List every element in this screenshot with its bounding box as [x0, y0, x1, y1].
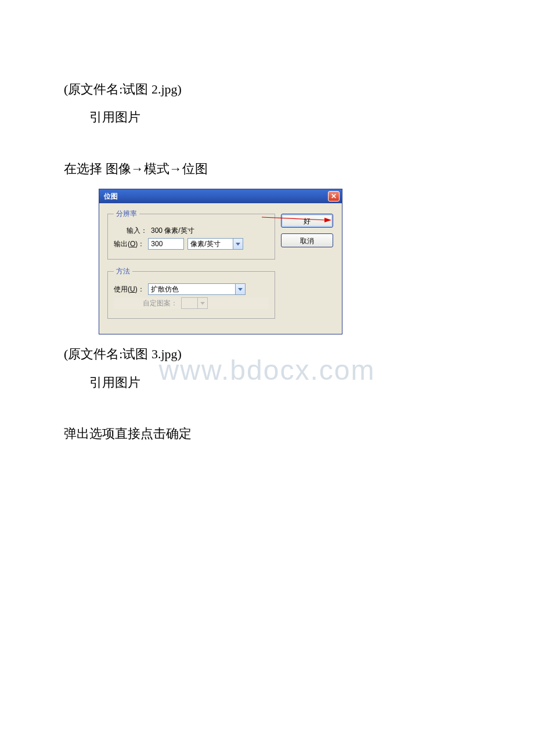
- use-label: 使用(U)：: [114, 285, 145, 294]
- output-unit-dropdown-button[interactable]: [233, 238, 243, 250]
- resolution-legend: 分辨率: [114, 209, 139, 219]
- use-label-prefix: 使用(: [114, 285, 130, 293]
- use-combo[interactable]: [148, 283, 246, 295]
- use-label-mnemonic: U: [130, 285, 135, 293]
- dialog-titlebar[interactable]: 位图 ✕: [99, 189, 342, 203]
- input-res-label: 输入：: [127, 226, 147, 236]
- chevron-down-icon: [236, 243, 240, 246]
- text-instruction-mode: 在选择 图像→模式→位图: [64, 155, 470, 183]
- custom-pattern-field: [181, 297, 197, 309]
- custom-pattern-label: 自定图案：: [143, 298, 178, 308]
- input-res-value: 300 像素/英寸: [151, 226, 194, 236]
- resolution-group: 分辨率 输入： 300 像素/英寸 输出(O)：: [107, 209, 275, 260]
- use-label-suffix: )：: [135, 285, 145, 293]
- output-res-input[interactable]: [148, 238, 184, 250]
- method-legend: 方法: [114, 267, 132, 276]
- text-quote-image-2: 引用图片: [64, 369, 470, 397]
- output-unit-field[interactable]: [187, 238, 233, 250]
- custom-pattern-dropdown-button: [197, 297, 208, 309]
- bitmap-dialog: 位图 ✕ 分辨率 输入： 300 像素/英寸 输出(O)：: [99, 189, 342, 334]
- output-label-suffix: )：: [135, 240, 145, 248]
- ok-button[interactable]: 好: [281, 214, 333, 228]
- output-res-label: 输出(O)：: [114, 239, 145, 249]
- output-unit-combo[interactable]: [187, 238, 243, 250]
- text-filename-2: (原文件名:试图 2.jpg): [64, 75, 470, 103]
- use-dropdown-button[interactable]: [235, 283, 246, 295]
- chevron-down-icon: [238, 288, 243, 291]
- close-icon: ✕: [331, 193, 337, 200]
- cancel-button[interactable]: 取消: [281, 233, 333, 247]
- use-field[interactable]: [148, 283, 235, 295]
- output-label-prefix: 输出(: [114, 240, 130, 248]
- chevron-down-icon: [200, 302, 205, 305]
- dialog-title: 位图: [104, 192, 328, 201]
- text-filename-3: (原文件名:试图 3.jpg): [64, 340, 470, 368]
- output-label-mnemonic: O: [130, 240, 135, 248]
- method-group: 方法 使用(U)： 自定图案：: [107, 267, 275, 319]
- custom-pattern-combo: [181, 297, 208, 309]
- text-instruction-confirm: 弹出选项直接点击确定: [64, 420, 470, 448]
- close-button[interactable]: ✕: [328, 191, 340, 201]
- text-quote-image-1: 引用图片: [64, 103, 470, 131]
